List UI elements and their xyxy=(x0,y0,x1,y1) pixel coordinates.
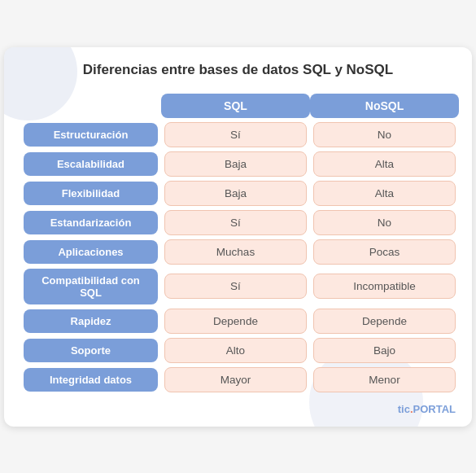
category-label: Aplicaciones xyxy=(24,240,158,264)
sql-value: Baja xyxy=(164,151,307,177)
sql-value-cell: Sí xyxy=(161,210,310,235)
comparison-table: SQL NoSQL EstructuraciónSíNoEscalabilida… xyxy=(20,90,459,396)
header-sql: SQL xyxy=(161,94,310,118)
sql-value-cell: Sí xyxy=(161,269,310,304)
nosql-value: Alta xyxy=(313,151,456,177)
sql-value-cell: Baja xyxy=(161,181,310,206)
sql-value-cell: Alto xyxy=(161,338,310,363)
comparison-table-wrapper: SQL NoSQL EstructuraciónSíNoEscalabilida… xyxy=(20,90,456,396)
category-label: Integridad datos xyxy=(24,368,158,392)
nosql-value-cell: No xyxy=(310,210,459,235)
category-cell: Flexibilidad xyxy=(20,181,161,206)
sql-value: Depende xyxy=(164,309,307,334)
header-category xyxy=(20,94,161,118)
table-row: FlexibilidadBajaAlta xyxy=(20,181,459,206)
nosql-value: Bajo xyxy=(313,338,456,363)
category-label: Estructuración xyxy=(24,123,158,147)
table-row: Compatibilidad con SQLSíIncompatible xyxy=(20,269,459,304)
category-label: Soporte xyxy=(24,339,158,362)
nosql-value-cell: Depende xyxy=(310,309,459,334)
table-row: Integridad datosMayorMenor xyxy=(20,367,459,392)
table-row: RapidezDependeDepende xyxy=(20,309,459,334)
table-row: EstructuraciónSíNo xyxy=(20,122,459,147)
nosql-value-cell: Alta xyxy=(310,181,459,206)
category-label: Escalabilidad xyxy=(24,152,158,176)
logo-tic: tic xyxy=(398,403,410,415)
table-row: EstandarizaciónSíNo xyxy=(20,210,459,235)
table-row: SoporteAltoBajo xyxy=(20,338,459,363)
nosql-value-cell: Incompatible xyxy=(310,269,459,304)
sql-value: Sí xyxy=(164,274,307,299)
nosql-value: Menor xyxy=(313,367,456,392)
category-cell: Integridad datos xyxy=(20,367,161,392)
sql-value-cell: Muchas xyxy=(161,239,310,265)
main-card: Diferencias entre bases de datos SQL y N… xyxy=(4,47,472,427)
category-cell: Aplicaciones xyxy=(20,239,161,265)
logo-portal: PORTAL xyxy=(413,403,456,415)
nosql-value: No xyxy=(313,122,456,147)
sql-value-cell: Mayor xyxy=(161,367,310,392)
sql-value-cell: Baja xyxy=(161,151,310,177)
table-header-row: SQL NoSQL xyxy=(20,94,459,118)
category-cell: Rapidez xyxy=(20,309,161,334)
nosql-value-cell: No xyxy=(310,122,459,147)
nosql-value: No xyxy=(313,210,456,235)
nosql-value: Alta xyxy=(313,181,456,206)
table-row: EscalabilidadBajaAlta xyxy=(20,151,459,177)
sql-value: Sí xyxy=(164,122,307,147)
category-cell: Escalabilidad xyxy=(20,151,161,177)
category-cell: Compatibilidad con SQL xyxy=(20,269,161,304)
sql-value: Alto xyxy=(164,338,307,363)
category-cell: Estructuración xyxy=(20,122,161,147)
category-cell: Estandarización xyxy=(20,210,161,235)
category-label: Compatibilidad con SQL xyxy=(24,269,158,304)
nosql-value-cell: Bajo xyxy=(310,338,459,363)
nosql-value: Pocas xyxy=(313,239,456,265)
category-label: Rapidez xyxy=(24,309,158,333)
nosql-value: Depende xyxy=(313,309,456,334)
category-cell: Soporte xyxy=(20,338,161,363)
page-title: Diferencias entre bases de datos SQL y N… xyxy=(20,62,456,78)
sql-value-cell: Sí xyxy=(161,122,310,147)
nosql-value-cell: Menor xyxy=(310,367,459,392)
sql-value: Muchas xyxy=(164,239,307,265)
nosql-value-cell: Pocas xyxy=(310,239,459,265)
sql-value: Sí xyxy=(164,210,307,235)
logo: tic.PORTAL xyxy=(20,403,456,415)
nosql-value: Incompatible xyxy=(313,274,456,299)
sql-value: Mayor xyxy=(164,367,307,392)
category-label: Estandarización xyxy=(24,211,158,234)
category-label: Flexibilidad xyxy=(24,182,158,205)
nosql-value-cell: Alta xyxy=(310,151,459,177)
table-row: AplicacionesMuchasPocas xyxy=(20,239,459,265)
sql-value: Baja xyxy=(164,181,307,206)
sql-value-cell: Depende xyxy=(161,309,310,334)
header-nosql: NoSQL xyxy=(310,94,459,118)
table-body: EstructuraciónSíNoEscalabilidadBajaAltaF… xyxy=(20,122,459,392)
